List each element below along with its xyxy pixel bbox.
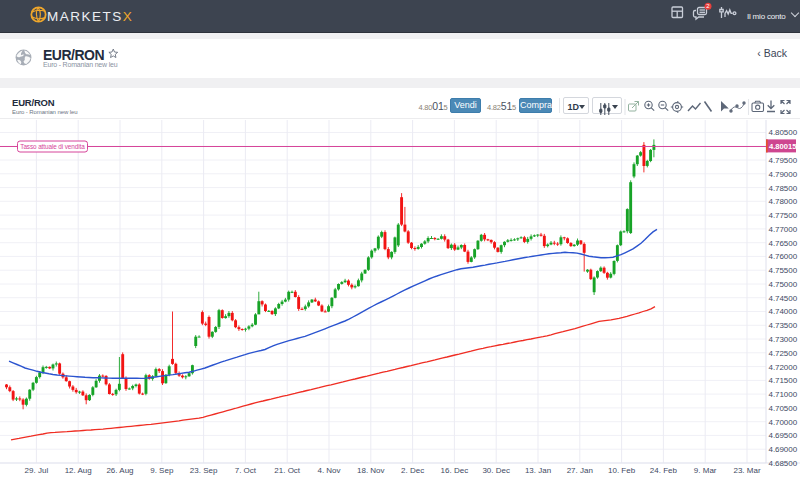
svg-text:26. Aug: 26. Aug — [106, 466, 133, 475]
svg-text:4.76000: 4.76000 — [769, 252, 798, 261]
svg-text:9. Sep: 9. Sep — [150, 466, 174, 475]
svg-text:27. Jan: 27. Jan — [567, 466, 593, 475]
svg-text:9. Mar: 9. Mar — [694, 466, 717, 475]
svg-text:13. Jan: 13. Jan — [525, 466, 551, 475]
svg-text:4.72500: 4.72500 — [769, 349, 798, 358]
svg-text:29. Jul: 29. Jul — [25, 466, 49, 475]
svg-text:4.80500: 4.80500 — [769, 128, 798, 137]
svg-text:4.73000: 4.73000 — [769, 335, 798, 344]
svg-text:4. Nov: 4. Nov — [317, 466, 340, 475]
svg-text:4.70500: 4.70500 — [769, 404, 798, 413]
svg-text:10. Feb: 10. Feb — [608, 466, 636, 475]
svg-text:21. Oct: 21. Oct — [274, 466, 301, 475]
svg-text:4.73500: 4.73500 — [769, 321, 798, 330]
svg-text:4.70000: 4.70000 — [769, 418, 798, 427]
svg-text:4.80015: 4.80015 — [769, 142, 797, 151]
svg-text:4.78000: 4.78000 — [769, 197, 798, 206]
svg-text:30. Dec: 30. Dec — [482, 466, 510, 475]
svg-text:4.69000: 4.69000 — [769, 445, 798, 454]
svg-text:4.79500: 4.79500 — [769, 156, 798, 165]
svg-text:4.74000: 4.74000 — [769, 307, 798, 316]
svg-text:4.76500: 4.76500 — [769, 239, 798, 248]
svg-text:12. Aug: 12. Aug — [65, 466, 92, 475]
svg-text:4.75500: 4.75500 — [769, 266, 798, 275]
svg-text:4.74500: 4.74500 — [769, 294, 798, 303]
svg-text:4.77500: 4.77500 — [769, 211, 798, 220]
svg-text:7. Oct: 7. Oct — [235, 466, 257, 475]
svg-text:4.69500: 4.69500 — [769, 431, 798, 440]
svg-text:4.78500: 4.78500 — [769, 184, 798, 193]
svg-text:16. Dec: 16. Dec — [441, 466, 469, 475]
svg-text:4.75000: 4.75000 — [769, 280, 798, 289]
svg-text:4.71000: 4.71000 — [769, 390, 798, 399]
svg-text:4.77000: 4.77000 — [769, 225, 798, 234]
svg-text:Tasso attuale di vendita: Tasso attuale di vendita — [20, 143, 85, 150]
svg-text:2. Dec: 2. Dec — [401, 466, 424, 475]
svg-text:4.68500: 4.68500 — [769, 459, 798, 468]
svg-text:4.71500: 4.71500 — [769, 376, 798, 385]
svg-text:24. Feb: 24. Feb — [650, 466, 678, 475]
svg-text:23. Mar: 23. Mar — [733, 466, 760, 475]
svg-text:4.79000: 4.79000 — [769, 170, 798, 179]
svg-text:23. Sep: 23. Sep — [190, 466, 218, 475]
svg-text:18. Nov: 18. Nov — [357, 466, 385, 475]
svg-text:4.72000: 4.72000 — [769, 363, 798, 372]
